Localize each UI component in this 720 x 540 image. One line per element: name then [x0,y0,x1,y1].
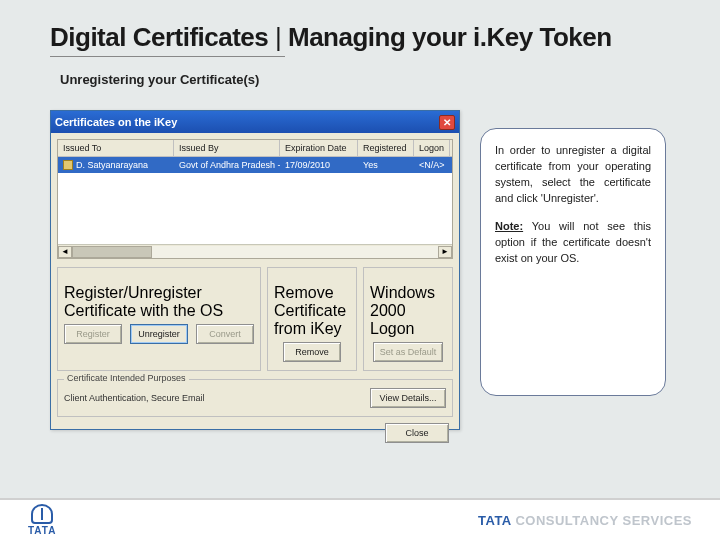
window-title: Certificates on the iKey [55,116,177,128]
group-remove: Remove Certificate from iKey Remove [267,267,357,371]
title-strong: Digital Certificates [50,22,268,52]
title-underline [50,56,285,57]
callout-p1: In order to unregister a digital certifi… [495,143,651,207]
instruction-callout: In order to unregister a digital certifi… [480,128,666,396]
col-logon[interactable]: Logon [414,140,450,156]
close-icon[interactable]: ✕ [439,115,455,130]
titlebar: Certificates on the iKey ✕ [51,111,459,133]
unregister-button[interactable]: Unregister [130,324,188,344]
set-default-button[interactable]: Set as Default [373,342,444,362]
legend-register: Register/Unregister Certificate with the… [64,284,254,320]
col-issued-to[interactable]: Issued To [58,140,174,156]
cell-registered: Yes [358,157,414,173]
view-details-button[interactable]: View Details... [370,388,446,408]
cell-issued-by: Govt of Andhra Pradesh - II [174,157,280,173]
group-logon: Windows 2000 Logon Set as Default [363,267,453,371]
certificates-window: Certificates on the iKey ✕ Issued To Iss… [50,110,460,430]
horizontal-scrollbar[interactable]: ◄ ► [58,244,452,258]
list-header: Issued To Issued By Expiration Date Regi… [58,140,452,157]
tata-logo: TATA [28,504,56,536]
scroll-right-icon[interactable]: ► [438,246,452,258]
close-button[interactable]: Close [385,423,449,443]
title-sep: | [268,22,288,52]
table-row[interactable]: D. Satyanarayana Govt of Andhra Pradesh … [58,157,452,173]
intended-text: Client Authentication, Secure Email [64,393,362,403]
legend-logon: Windows 2000 Logon [370,284,446,338]
slide-title: Digital Certificates | Managing your i.K… [50,22,612,53]
certificate-icon [63,160,73,170]
legend-remove: Remove Certificate from iKey [274,284,350,338]
col-expiration[interactable]: Expiration Date [280,140,358,156]
footer: TATA TATA CONSULTANCY SERVICES [0,498,720,540]
tcs-light: CONSULTANCY SERVICES [511,513,692,528]
group-intended-purposes: Certificate Intended Purposes Client Aut… [57,379,453,417]
cell-issued-to: D. Satyanarayana [76,160,148,170]
certificate-list[interactable]: Issued To Issued By Expiration Date Regi… [57,139,453,259]
callout-p2: Note: You will not see this option if th… [495,219,651,267]
slide-subtitle: Unregistering your Certificate(s) [60,72,259,87]
tcs-wordmark: TATA CONSULTANCY SERVICES [478,513,692,528]
col-issued-by[interactable]: Issued By [174,140,280,156]
col-registered[interactable]: Registered [358,140,414,156]
cell-expiration: 17/09/2010 [280,157,358,173]
legend-intended: Certificate Intended Purposes [64,373,189,383]
title-rest: Managing your i.Key Token [288,22,612,52]
group-register: Register/Unregister Certificate with the… [57,267,261,371]
tcs-blue: TATA [478,513,511,528]
scroll-thumb[interactable] [72,246,152,258]
cell-logon: <N/A> [414,157,450,173]
tata-mark-icon [31,504,53,524]
convert-button[interactable]: Convert [196,324,254,344]
note-label: Note: [495,220,523,232]
register-button[interactable]: Register [64,324,122,344]
remove-button[interactable]: Remove [283,342,341,362]
scroll-left-icon[interactable]: ◄ [58,246,72,258]
tata-word: TATA [28,525,56,536]
